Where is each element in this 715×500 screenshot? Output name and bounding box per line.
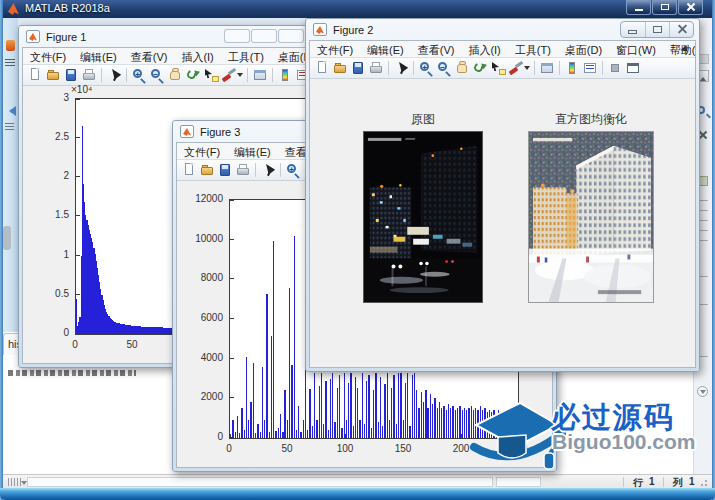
figure2-window-buttons: [620, 21, 694, 38]
main-window-title: MATLAB R2018a: [25, 2, 110, 14]
cursor-icon[interactable]: [393, 60, 409, 76]
statusbar-separator: [623, 477, 624, 487]
menu-item-3[interactable]: 查看(V): [411, 41, 462, 57]
menu-item-2[interactable]: 编辑(E): [73, 48, 124, 64]
rotate-3d-icon[interactable]: [472, 60, 488, 76]
insert-colorbar-icon[interactable]: [277, 67, 293, 83]
close-button[interactable]: [278, 29, 304, 43]
menu-item-1[interactable]: 文件(F): [177, 143, 227, 159]
toolbar-separator: [534, 61, 535, 75]
open-folder-icon[interactable]: [45, 67, 61, 83]
matlab-desktop: MATLAB R2018a his 行 1: [0, 0, 715, 500]
menu-item-6[interactable]: 桌面(D): [558, 41, 609, 57]
figure1-window-buttons: [223, 29, 304, 43]
menu-item-1[interactable]: 文件(F): [310, 41, 360, 57]
insert-legend-icon[interactable]: [295, 67, 305, 83]
x-tick-label: 50: [126, 339, 137, 350]
zoom-out-icon[interactable]: [436, 60, 452, 76]
figure1-titlebar[interactable]: Figure 1: [22, 26, 306, 47]
save-icon[interactable]: [63, 67, 79, 83]
print-icon[interactable]: [235, 162, 251, 178]
toolbar-separator: [413, 61, 414, 75]
data-cursor-icon[interactable]: [203, 67, 219, 83]
restore-button[interactable]: [645, 22, 669, 37]
toolbar-separator: [280, 163, 281, 177]
pan-icon[interactable]: [167, 67, 183, 83]
minimize-button[interactable]: [626, 0, 651, 15]
y-tick-label: 12000: [187, 193, 223, 204]
x-tick-label: 0: [72, 339, 78, 350]
y-tick-label: 3: [33, 92, 69, 103]
new-file-icon[interactable]: [181, 162, 197, 178]
menu-item-5[interactable]: 工具(T): [221, 48, 271, 64]
menu-item-2[interactable]: 编辑(E): [360, 41, 411, 57]
menu-item-3[interactable]: 查看(V): [124, 48, 175, 64]
row-value: 1: [649, 476, 655, 487]
rotate-3d-icon[interactable]: [185, 67, 201, 83]
zoom-out-icon[interactable]: [149, 67, 165, 83]
statusbar-widget[interactable]: [8, 478, 21, 486]
y-tick-label: 8000: [187, 272, 223, 283]
minimize-button[interactable]: [621, 22, 645, 37]
main-window-buttons: [625, 0, 703, 15]
y-tick-label: 1.5: [33, 209, 69, 220]
zoom-in-icon[interactable]: [285, 162, 301, 178]
save-icon[interactable]: [217, 162, 233, 178]
zoom-in-icon[interactable]: [418, 60, 434, 76]
matlab-logo-icon: [8, 3, 19, 15]
back-arrow-icon-tail: [11, 109, 16, 113]
open-folder-icon[interactable]: [332, 60, 348, 76]
print-icon[interactable]: [368, 60, 384, 76]
close-button[interactable]: [678, 0, 703, 15]
new-file-icon[interactable]: [27, 67, 43, 83]
brush-icon[interactable]: [508, 60, 530, 76]
figure-icon: [26, 30, 40, 43]
new-file-icon[interactable]: [314, 60, 330, 76]
menu-item-4[interactable]: 插入(I): [174, 48, 220, 64]
x-tick-label: 50: [281, 443, 292, 454]
main-statusbar: 行 1 列 1: [3, 474, 712, 488]
toolbar-separator: [559, 61, 560, 75]
figure2-canvas: 原图 直方图均衡化: [310, 79, 695, 367]
toolbar-separator: [272, 68, 273, 82]
figure2-toolbar: [310, 58, 695, 79]
figure1-toolbar: [23, 65, 305, 86]
main-window-titlebar[interactable]: MATLAB R2018a: [0, 0, 715, 18]
figure3-title: Figure 3: [200, 126, 240, 138]
menu-item-7[interactable]: 窗口(W): [609, 41, 663, 57]
hide-plot-tools-icon[interactable]: [607, 60, 623, 76]
x-tick-label: 200: [453, 443, 470, 454]
menu-item-6[interactable]: 桌面(D): [271, 48, 305, 64]
menu-item-1[interactable]: 文件(F): [23, 48, 73, 64]
window-border-left: [0, 0, 3, 500]
menu-item-4[interactable]: 插入(I): [461, 41, 507, 57]
figure2-titlebar[interactable]: Figure 2: [309, 19, 696, 40]
close-button[interactable]: [669, 22, 693, 37]
menu-item-5[interactable]: 工具(T): [508, 41, 558, 57]
save-icon[interactable]: [350, 60, 366, 76]
restore-button[interactable]: [251, 29, 277, 43]
insert-colorbar-icon[interactable]: [564, 60, 580, 76]
minimize-button[interactable]: [224, 29, 250, 43]
print-icon[interactable]: [81, 67, 97, 83]
insert-plot-tools-icon[interactable]: [539, 60, 555, 76]
dock-figure-icon[interactable]: [625, 60, 641, 76]
brush-icon[interactable]: [221, 67, 243, 83]
cursor-icon[interactable]: [106, 67, 122, 83]
toolbar-separator: [247, 68, 248, 82]
maximize-button[interactable]: [652, 0, 677, 15]
scrollbar-thumb[interactable]: [3, 226, 11, 250]
cursor-icon[interactable]: [260, 162, 276, 178]
menu-item-2[interactable]: 编辑(E): [227, 143, 278, 159]
pan-icon[interactable]: [454, 60, 470, 76]
y-tick-label: 1: [33, 249, 69, 260]
data-cursor-icon[interactable]: [490, 60, 506, 76]
open-folder-icon[interactable]: [199, 162, 215, 178]
insert-plot-tools-icon[interactable]: [252, 67, 268, 83]
insert-legend-icon[interactable]: [582, 60, 598, 76]
collapse-button[interactable]: [697, 386, 708, 397]
resize-grip[interactable]: [700, 477, 710, 487]
watermark-url-text: Biguo100.com: [552, 430, 696, 454]
statusbar-separator: [663, 477, 664, 487]
zoom-in-icon[interactable]: [131, 67, 147, 83]
